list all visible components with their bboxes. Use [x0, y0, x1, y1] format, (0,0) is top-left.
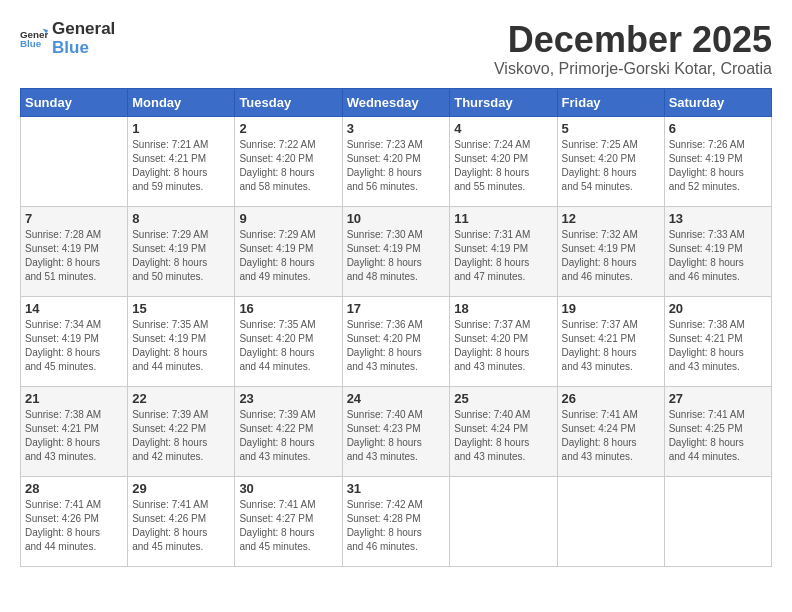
day-info: Sunrise: 7:35 AMSunset: 4:20 PMDaylight:…: [239, 318, 337, 374]
day-info: Sunrise: 7:32 AMSunset: 4:19 PMDaylight:…: [562, 228, 660, 284]
day-number: 9: [239, 211, 337, 226]
day-info: Sunrise: 7:35 AMSunset: 4:19 PMDaylight:…: [132, 318, 230, 374]
day-cell-16: 16Sunrise: 7:35 AMSunset: 4:20 PMDayligh…: [235, 296, 342, 386]
day-cell-31: 31Sunrise: 7:42 AMSunset: 4:28 PMDayligh…: [342, 476, 450, 566]
day-cell-1: 1Sunrise: 7:21 AMSunset: 4:21 PMDaylight…: [128, 116, 235, 206]
day-cell-12: 12Sunrise: 7:32 AMSunset: 4:19 PMDayligh…: [557, 206, 664, 296]
day-info: Sunrise: 7:21 AMSunset: 4:21 PMDaylight:…: [132, 138, 230, 194]
day-cell-10: 10Sunrise: 7:30 AMSunset: 4:19 PMDayligh…: [342, 206, 450, 296]
day-number: 5: [562, 121, 660, 136]
header-day-wednesday: Wednesday: [342, 88, 450, 116]
logo-text: General: [52, 20, 115, 39]
day-number: 31: [347, 481, 446, 496]
day-number: 30: [239, 481, 337, 496]
day-cell-23: 23Sunrise: 7:39 AMSunset: 4:22 PMDayligh…: [235, 386, 342, 476]
day-cell-20: 20Sunrise: 7:38 AMSunset: 4:21 PMDayligh…: [664, 296, 771, 386]
week-row-5: 28Sunrise: 7:41 AMSunset: 4:26 PMDayligh…: [21, 476, 772, 566]
day-number: 3: [347, 121, 446, 136]
day-cell-19: 19Sunrise: 7:37 AMSunset: 4:21 PMDayligh…: [557, 296, 664, 386]
day-info: Sunrise: 7:26 AMSunset: 4:19 PMDaylight:…: [669, 138, 767, 194]
logo: General Blue General Blue: [20, 20, 115, 57]
day-number: 24: [347, 391, 446, 406]
day-info: Sunrise: 7:23 AMSunset: 4:20 PMDaylight:…: [347, 138, 446, 194]
day-number: 28: [25, 481, 123, 496]
svg-text:Blue: Blue: [20, 38, 42, 49]
day-number: 4: [454, 121, 552, 136]
day-number: 1: [132, 121, 230, 136]
day-info: Sunrise: 7:39 AMSunset: 4:22 PMDaylight:…: [239, 408, 337, 464]
day-info: Sunrise: 7:41 AMSunset: 4:25 PMDaylight:…: [669, 408, 767, 464]
header-day-thursday: Thursday: [450, 88, 557, 116]
day-number: 25: [454, 391, 552, 406]
day-cell-15: 15Sunrise: 7:35 AMSunset: 4:19 PMDayligh…: [128, 296, 235, 386]
title-area: December 2025 Viskovo, Primorje-Gorski K…: [494, 20, 772, 78]
day-number: 23: [239, 391, 337, 406]
week-row-1: 1Sunrise: 7:21 AMSunset: 4:21 PMDaylight…: [21, 116, 772, 206]
header-day-monday: Monday: [128, 88, 235, 116]
logo-blue: Blue: [52, 39, 115, 58]
header-day-sunday: Sunday: [21, 88, 128, 116]
day-info: Sunrise: 7:40 AMSunset: 4:23 PMDaylight:…: [347, 408, 446, 464]
day-number: 6: [669, 121, 767, 136]
day-cell-24: 24Sunrise: 7:40 AMSunset: 4:23 PMDayligh…: [342, 386, 450, 476]
day-info: Sunrise: 7:41 AMSunset: 4:27 PMDaylight:…: [239, 498, 337, 554]
day-cell-30: 30Sunrise: 7:41 AMSunset: 4:27 PMDayligh…: [235, 476, 342, 566]
day-cell-22: 22Sunrise: 7:39 AMSunset: 4:22 PMDayligh…: [128, 386, 235, 476]
day-number: 12: [562, 211, 660, 226]
subtitle: Viskovo, Primorje-Gorski Kotar, Croatia: [494, 60, 772, 78]
day-info: Sunrise: 7:37 AMSunset: 4:20 PMDaylight:…: [454, 318, 552, 374]
day-info: Sunrise: 7:25 AMSunset: 4:20 PMDaylight:…: [562, 138, 660, 194]
day-info: Sunrise: 7:39 AMSunset: 4:22 PMDaylight:…: [132, 408, 230, 464]
day-number: 17: [347, 301, 446, 316]
day-cell-6: 6Sunrise: 7:26 AMSunset: 4:19 PMDaylight…: [664, 116, 771, 206]
day-number: 20: [669, 301, 767, 316]
day-number: 10: [347, 211, 446, 226]
day-cell-9: 9Sunrise: 7:29 AMSunset: 4:19 PMDaylight…: [235, 206, 342, 296]
day-info: Sunrise: 7:41 AMSunset: 4:26 PMDaylight:…: [132, 498, 230, 554]
day-cell-18: 18Sunrise: 7:37 AMSunset: 4:20 PMDayligh…: [450, 296, 557, 386]
day-info: Sunrise: 7:29 AMSunset: 4:19 PMDaylight:…: [132, 228, 230, 284]
day-number: 2: [239, 121, 337, 136]
day-info: Sunrise: 7:30 AMSunset: 4:19 PMDaylight:…: [347, 228, 446, 284]
week-row-2: 7Sunrise: 7:28 AMSunset: 4:19 PMDaylight…: [21, 206, 772, 296]
week-row-3: 14Sunrise: 7:34 AMSunset: 4:19 PMDayligh…: [21, 296, 772, 386]
day-number: 13: [669, 211, 767, 226]
day-info: Sunrise: 7:42 AMSunset: 4:28 PMDaylight:…: [347, 498, 446, 554]
page-header: General Blue General Blue December 2025 …: [20, 20, 772, 78]
day-number: 27: [669, 391, 767, 406]
day-cell-25: 25Sunrise: 7:40 AMSunset: 4:24 PMDayligh…: [450, 386, 557, 476]
day-number: 11: [454, 211, 552, 226]
day-number: 22: [132, 391, 230, 406]
day-info: Sunrise: 7:38 AMSunset: 4:21 PMDaylight:…: [25, 408, 123, 464]
day-info: Sunrise: 7:38 AMSunset: 4:21 PMDaylight:…: [669, 318, 767, 374]
day-cell-13: 13Sunrise: 7:33 AMSunset: 4:19 PMDayligh…: [664, 206, 771, 296]
day-cell-17: 17Sunrise: 7:36 AMSunset: 4:20 PMDayligh…: [342, 296, 450, 386]
day-cell-3: 3Sunrise: 7:23 AMSunset: 4:20 PMDaylight…: [342, 116, 450, 206]
day-info: Sunrise: 7:34 AMSunset: 4:19 PMDaylight:…: [25, 318, 123, 374]
day-cell-5: 5Sunrise: 7:25 AMSunset: 4:20 PMDaylight…: [557, 116, 664, 206]
day-info: Sunrise: 7:28 AMSunset: 4:19 PMDaylight:…: [25, 228, 123, 284]
header-row: SundayMondayTuesdayWednesdayThursdayFrid…: [21, 88, 772, 116]
empty-cell: [21, 116, 128, 206]
header-day-saturday: Saturday: [664, 88, 771, 116]
day-number: 26: [562, 391, 660, 406]
day-cell-8: 8Sunrise: 7:29 AMSunset: 4:19 PMDaylight…: [128, 206, 235, 296]
day-info: Sunrise: 7:40 AMSunset: 4:24 PMDaylight:…: [454, 408, 552, 464]
day-cell-29: 29Sunrise: 7:41 AMSunset: 4:26 PMDayligh…: [128, 476, 235, 566]
day-cell-11: 11Sunrise: 7:31 AMSunset: 4:19 PMDayligh…: [450, 206, 557, 296]
day-number: 21: [25, 391, 123, 406]
header-day-friday: Friday: [557, 88, 664, 116]
day-number: 7: [25, 211, 123, 226]
day-cell-21: 21Sunrise: 7:38 AMSunset: 4:21 PMDayligh…: [21, 386, 128, 476]
day-number: 16: [239, 301, 337, 316]
day-info: Sunrise: 7:29 AMSunset: 4:19 PMDaylight:…: [239, 228, 337, 284]
day-info: Sunrise: 7:36 AMSunset: 4:20 PMDaylight:…: [347, 318, 446, 374]
day-cell-27: 27Sunrise: 7:41 AMSunset: 4:25 PMDayligh…: [664, 386, 771, 476]
week-row-4: 21Sunrise: 7:38 AMSunset: 4:21 PMDayligh…: [21, 386, 772, 476]
day-number: 19: [562, 301, 660, 316]
day-info: Sunrise: 7:41 AMSunset: 4:26 PMDaylight:…: [25, 498, 123, 554]
empty-cell: [557, 476, 664, 566]
day-number: 29: [132, 481, 230, 496]
day-number: 14: [25, 301, 123, 316]
month-title: December 2025: [494, 20, 772, 60]
